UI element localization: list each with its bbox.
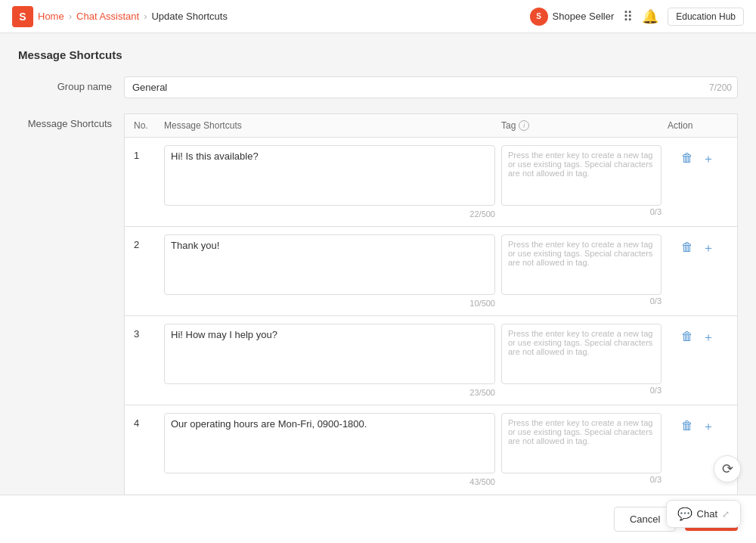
action-btns-3: 🗑 ＋ [668,324,728,347]
tag-placeholder-4[interactable]: Press the enter key to create a new tag … [501,413,662,473]
tag-input-wrap-4: Press the enter key to create a new tag … [501,413,668,484]
message-char-count-2: 10/500 [164,299,495,308]
header-left: S Home › Chat Assistant › Update Shortcu… [12,6,228,27]
message-char-count-3: 23/500 [164,388,495,397]
row-num-2: 2 [134,234,164,250]
chat-fab-icon: 💬 [677,507,692,521]
message-textarea-wrap-4: Our operating hours are Mon-Fri, 0900-18… [164,413,501,486]
group-name-input[interactable] [124,76,738,98]
shortcuts-row: Message Shortcuts No. Message Shortcuts … [18,113,738,495]
breadcrumb-home[interactable]: Home [38,11,64,22]
table-row: 1 Hi! Is this available? 22/500 Press th… [124,137,738,226]
delete-btn-4[interactable]: 🗑 [680,417,695,434]
table-header: No. Message Shortcuts Tag i Action [124,113,738,137]
footer: Cancel Save [0,495,756,543]
tag-char-count-4: 0/3 [501,475,662,484]
breadcrumb-current: Update Shortcuts [151,11,227,22]
tag-char-count-2: 0/3 [501,296,662,306]
support-icon[interactable]: ⟳ [714,455,741,482]
seller-badge: S Shopee Seller [530,8,615,26]
table-row: 4 Our operating hours are Mon-Fri, 0900-… [124,405,738,494]
breadcrumb-sep-1: › [69,11,72,22]
table-row: 2 Thank you! 10/500 Press the enter key … [124,226,738,315]
chat-fab[interactable]: 💬 Chat ⤢ [666,500,741,528]
message-textarea-wrap-2: Thank you! 10/500 [164,234,501,308]
delete-btn-1[interactable]: 🗑 [680,150,695,166]
action-btns-1: 🗑 ＋ [668,145,728,169]
grid-icon[interactable]: ⠿ [623,8,633,25]
tag-placeholder-2[interactable]: Press the enter key to create a new tag … [501,234,662,295]
message-char-count-4: 43/500 [164,477,495,486]
message-textarea-wrap-1: Hi! Is this available? 22/500 [164,145,501,219]
education-hub-button[interactable]: Education Hub [668,8,744,26]
message-textarea-wrap-3: Hi! How may I help you? 23/500 [164,324,501,397]
group-name-input-wrap: 7/200 [124,76,738,98]
message-textarea-3[interactable]: Hi! How may I help you? [164,324,495,384]
tag-info-icon[interactable]: i [519,120,529,131]
chat-fab-label: Chat [697,508,717,520]
row-num-3: 3 [134,324,164,340]
tag-input-wrap-1: Press the enter key to create a new tag … [501,145,668,216]
shortcuts-table: No. Message Shortcuts Tag i Action 1 Hi!… [124,113,738,495]
col-tag: Tag i [501,120,668,131]
breadcrumb-chat-assistant[interactable]: Chat Assistant [76,11,139,22]
page-title: Message Shortcuts [18,48,738,61]
expand-icon: ⤢ [722,509,730,520]
table-row: 3 Hi! How may I help you? 23/500 Press t… [124,315,738,405]
message-char-count-1: 22/500 [164,209,495,219]
col-no: No. [134,120,164,131]
group-name-row: Group name 7/200 [18,76,738,98]
group-name-label: Group name [18,76,124,92]
tag-input-wrap-3: Press the enter key to create a new tag … [501,324,668,395]
message-textarea-2[interactable]: Thank you! [164,234,495,295]
breadcrumb-sep-2: › [144,11,147,22]
row-num-1: 1 [134,145,164,161]
delete-btn-3[interactable]: 🗑 [680,328,695,345]
header-right: S Shopee Seller ⠿ 🔔 Education Hub [530,8,744,26]
seller-name: Shopee Seller [553,11,615,22]
message-textarea-4[interactable]: Our operating hours are Mon-Fri, 0900-18… [164,413,495,473]
bell-icon[interactable]: 🔔 [642,8,658,25]
main-content: Message Shortcuts Group name 7/200 Messa… [0,33,756,495]
tag-placeholder-1[interactable]: Press the enter key to create a new tag … [501,145,662,206]
breadcrumb: Home › Chat Assistant › Update Shortcuts [38,11,228,22]
add-tag-btn-1[interactable]: ＋ [701,150,716,169]
seller-icon: S [530,8,548,26]
shortcuts-label: Message Shortcuts [18,113,124,129]
col-action: Action [668,120,728,131]
add-tag-btn-4[interactable]: ＋ [701,417,716,436]
row-num-4: 4 [134,413,164,429]
shopee-logo: S [12,6,33,27]
col-message: Message Shortcuts [164,120,501,131]
tag-input-wrap-2: Press the enter key to create a new tag … [501,234,668,306]
add-tag-btn-3[interactable]: ＋ [701,328,716,347]
tag-char-count-1: 0/3 [501,207,662,216]
header: S Home › Chat Assistant › Update Shortcu… [0,0,756,33]
tag-char-count-3: 0/3 [501,386,662,395]
delete-btn-2[interactable]: 🗑 [680,239,695,256]
action-btns-4: 🗑 ＋ [668,413,728,436]
tag-placeholder-3[interactable]: Press the enter key to create a new tag … [501,324,662,384]
action-btns-2: 🗑 ＋ [668,234,728,258]
add-tag-btn-2[interactable]: ＋ [701,239,716,258]
message-textarea-1[interactable]: Hi! Is this available? [164,145,495,206]
group-name-char-count: 7/200 [709,82,732,93]
